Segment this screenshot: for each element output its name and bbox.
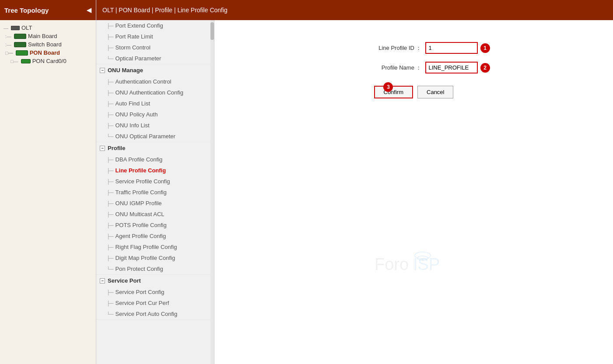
nav-section-portconfig: ├─ Port Extend Config ├─ Port Rate Limit… [96, 20, 210, 64]
nav-label-authentication-control: Authentication Control [116, 78, 172, 85]
nav-item-onu-multicast-acl[interactable]: ├─ ONU Multicast ACL [96, 209, 210, 220]
nav-section-header-onu-manage[interactable]: － ONU Manage [96, 64, 210, 76]
nav-item-digit-map-profile-config[interactable]: ├─ Digit Map Profile Config [96, 252, 210, 263]
nav-item-right-flag-profile-config[interactable]: ├─ Right Flag Profile Config [96, 242, 210, 252]
nav-scrollbar[interactable] [210, 20, 214, 364]
nav-label-service-port-config: Service Port Config [116, 289, 165, 295]
pon-card-icon [21, 59, 31, 63]
nav-item-storm-control[interactable]: ├─ Storm Control [96, 42, 210, 53]
nav-section-service-port: － Service Port ├─ Service Port Config ├─… [96, 275, 210, 320]
nav-section-label-profile: Profile [108, 145, 125, 151]
nav-label-service-port-auto-config: Service Port Auto Config [116, 311, 178, 317]
nav-section-label-onu-manage: ONU Manage [108, 67, 143, 74]
main-board-icon [14, 34, 26, 39]
tree-connector: :— [5, 42, 11, 47]
tree-item-pon-card[interactable]: □— PON Card0/0 [2, 57, 94, 65]
nav-label-pots-profile-config: POTS Profile Config [116, 222, 167, 228]
nav-label-pon-protect-config: Pon Protect Config [116, 266, 163, 272]
breadcrumb-text: OLT | PON Board | Profile | Line Profile… [102, 7, 228, 14]
onu-manage-collapse-icon: － [100, 68, 105, 73]
tree-label-pon-card: PON Card0/0 [32, 58, 67, 64]
nav-panel: ├─ Port Extend Config ├─ Port Rate Limit… [96, 20, 210, 364]
form-row-profile-name: Profile Name ： 2 [338, 62, 490, 74]
tree-label-main-board: Main Board [28, 33, 57, 39]
watermark-svg: Foro ISP [375, 250, 453, 276]
service-port-collapse-icon: － [100, 278, 105, 284]
svg-text:Foro: Foro [375, 255, 409, 273]
profile-name-input[interactable] [425, 62, 478, 74]
nav-label-onu-optical-param: ONU Optical Parameter [116, 133, 175, 140]
nav-section-header-service-port[interactable]: － Service Port [96, 275, 210, 287]
nav-item-onu-auth-config[interactable]: ├─ ONU Authentication Config [96, 87, 210, 98]
nav-item-service-profile-config[interactable]: ├─ Service Profile Config [96, 176, 210, 187]
nav-label-onu-igmp-profile: ONU IGMP Profile [116, 200, 162, 206]
line-profile-id-input[interactable] [425, 42, 478, 54]
nav-label-optical-parameter: Optical Parameter [116, 55, 161, 62]
nav-label-onu-multicast-acl: ONU Multicast ACL [116, 211, 165, 217]
nav-label-onu-policy-auth: ONU Policy Auth [116, 111, 158, 118]
nav-item-onu-optical-param[interactable]: └─ ONU Optical Parameter [96, 131, 210, 142]
olt-icon [11, 26, 20, 30]
nav-section-profile: － Profile ├─ DBA Profile Config ├─ Line … [96, 142, 210, 275]
tree-item-olt[interactable]: — OLT [2, 24, 94, 32]
nav-label-storm-control: Storm Control [116, 44, 151, 51]
nav-item-traffic-profile-config[interactable]: ├─ Traffic Profile Config [96, 187, 210, 198]
nav-label-auto-find-list: Auto Find List [116, 100, 151, 107]
nav-item-line-profile-config[interactable]: ├─ Line Profile Config [96, 165, 210, 176]
nav-item-onu-policy-auth[interactable]: ├─ ONU Policy Auth [96, 109, 210, 120]
line-profile-id-label: Line Profile ID ： [338, 44, 425, 52]
nav-item-service-port-config[interactable]: ├─ Service Port Config [96, 287, 210, 298]
sidebar-header: Tree Topology ◀ [0, 0, 96, 20]
nav-item-optical-parameter[interactable]: └─ Optical Parameter [96, 53, 210, 64]
main-content: Line Profile ID ： 1 Profile Name ： 2 [214, 20, 613, 364]
tree-label-switch-board: Switch Board [28, 41, 62, 48]
nav-item-authentication-control[interactable]: ├─ Authentication Control [96, 76, 210, 87]
tree-item-switch-board[interactable]: :— Switch Board [2, 40, 94, 49]
nav-item-service-port-auto-config[interactable]: └─ Service Port Auto Config [96, 308, 210, 319]
nav-label-traffic-profile-config: Traffic Profile Config [116, 189, 167, 196]
nav-label-dba-profile-config: DBA Profile Config [116, 156, 163, 163]
tree-connector: — [4, 25, 8, 31]
step-badge-2: 2 [480, 63, 490, 73]
svg-text:ISP: ISP [413, 255, 440, 273]
nav-item-port-extend-config[interactable]: ├─ Port Extend Config [96, 20, 210, 31]
breadcrumb: OLT | PON Board | Profile | Line Profile… [96, 0, 613, 20]
svg-point-2 [415, 252, 431, 259]
profile-name-label: Profile Name ： [338, 64, 425, 72]
tree-item-pon-board[interactable]: □— PON Board [2, 49, 94, 57]
cancel-button[interactable]: Cancel [417, 86, 453, 98]
form-buttons: Confirm 3 Cancel [374, 86, 454, 98]
nav-section-header-profile[interactable]: － Profile [96, 142, 210, 154]
nav-item-pots-profile-config[interactable]: ├─ POTS Profile Config [96, 220, 210, 231]
nav-label-onu-info-list: ONU Info List [116, 122, 150, 129]
nav-item-dba-profile-config[interactable]: ├─ DBA Profile Config [96, 154, 210, 165]
form-wrapper: Line Profile ID ： 1 Profile Name ： 2 [223, 33, 604, 98]
nav-label-digit-map-profile-config: Digit Map Profile Config [116, 255, 175, 261]
tree-connector: :— [5, 34, 11, 39]
nav-item-auto-find-list[interactable]: ├─ Auto Find List [96, 98, 210, 109]
tree-connector: □— [5, 50, 13, 56]
nav-item-pon-protect-config[interactable]: └─ Pon Protect Config [96, 263, 210, 274]
switch-board-icon [14, 42, 26, 47]
tree-label-pon-board: PON Board [30, 49, 60, 56]
sidebar: Tree Topology ◀ — OLT :— Main Board :— S… [0, 0, 96, 364]
nav-item-port-rate-limit[interactable]: ├─ Port Rate Limit [96, 31, 210, 42]
nav-section-label-service-port: Service Port [108, 277, 141, 284]
content-area: Line Profile ID ： 1 Profile Name ： 2 [214, 20, 613, 364]
nav-section-onu-manage: － ONU Manage ├─ Authentication Control ├… [96, 64, 210, 142]
tree-connector: □— [11, 59, 18, 64]
tree-label-olt: OLT [21, 24, 32, 31]
nav-scroll-thumb[interactable] [210, 22, 214, 40]
pon-board-icon [16, 50, 28, 56]
nav-item-service-port-cur-perf[interactable]: ├─ Service Port Cur Perf [96, 298, 210, 308]
svg-point-4 [422, 259, 424, 261]
watermark: Foro ISP [375, 250, 453, 276]
nav-item-agent-profile-config[interactable]: ├─ Agent Profile Config [96, 231, 210, 242]
nav-item-onu-igmp-profile[interactable]: ├─ ONU IGMP Profile [96, 198, 210, 209]
svg-point-3 [417, 256, 428, 260]
step-badge-1: 1 [480, 43, 490, 53]
sidebar-collapse-icon[interactable]: ◀ [87, 7, 91, 14]
confirm-button[interactable]: Confirm [374, 86, 413, 98]
tree-item-main-board[interactable]: :— Main Board [2, 32, 94, 40]
nav-item-onu-info-list[interactable]: ├─ ONU Info List [96, 120, 210, 131]
